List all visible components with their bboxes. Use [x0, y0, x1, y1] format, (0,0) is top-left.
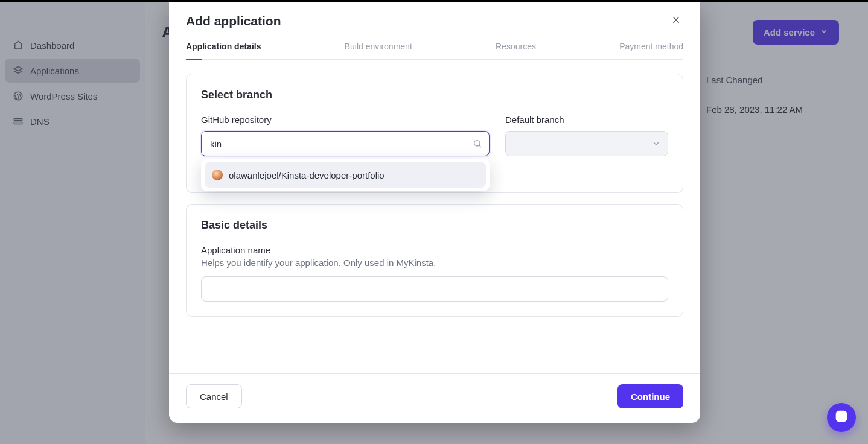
basic-details-card: Basic details Application name Helps you…	[186, 204, 683, 317]
application-name-label: Application name	[201, 245, 668, 255]
stepper-progress-track	[186, 59, 683, 60]
github-repository-field: GitHub repository olawanlejoel/Kinsta-de…	[201, 115, 490, 156]
basic-details-heading: Basic details	[201, 219, 668, 232]
close-icon	[671, 15, 681, 27]
step-payment-method[interactable]: Payment method	[619, 42, 683, 59]
step-build-environment[interactable]: Build environment	[345, 42, 412, 59]
cancel-label: Cancel	[200, 392, 228, 402]
github-repository-input[interactable]	[201, 131, 490, 156]
repository-suggestion[interactable]: olawanlejoel/Kinsta-developer-portfolio	[205, 162, 486, 188]
intercom-launcher[interactable]	[827, 403, 856, 432]
add-application-modal: Add application Application details Buil…	[169, 2, 700, 423]
application-name-help: Helps you identify your application. Onl…	[201, 258, 668, 268]
default-branch-select[interactable]	[505, 131, 668, 156]
chat-icon	[834, 408, 849, 427]
default-branch-field: Default branch	[505, 115, 668, 156]
step-resources[interactable]: Resources	[496, 42, 536, 59]
cancel-button[interactable]: Cancel	[186, 384, 242, 408]
continue-label: Continue	[631, 392, 670, 402]
select-branch-card: Select branch GitHub repository	[186, 74, 683, 193]
stepper-progress-fill	[186, 59, 202, 60]
modal-stepper: Application details Build environment Re…	[169, 42, 700, 59]
avatar	[212, 170, 223, 180]
continue-button[interactable]: Continue	[617, 384, 683, 408]
default-branch-label: Default branch	[505, 115, 668, 125]
modal-title: Add application	[186, 14, 281, 28]
step-application-details[interactable]: Application details	[186, 42, 261, 59]
application-name-input[interactable]	[201, 276, 668, 302]
close-button[interactable]	[669, 14, 683, 28]
select-branch-heading: Select branch	[201, 89, 668, 101]
github-repository-label: GitHub repository	[201, 115, 490, 125]
repository-autocomplete-dropdown: olawanlejoel/Kinsta-developer-portfolio	[201, 159, 490, 191]
application-name-field: Application name Helps you identify your…	[201, 245, 668, 302]
svg-rect-9	[836, 411, 847, 422]
repository-suggestion-label: olawanlejoel/Kinsta-developer-portfolio	[229, 170, 385, 180]
